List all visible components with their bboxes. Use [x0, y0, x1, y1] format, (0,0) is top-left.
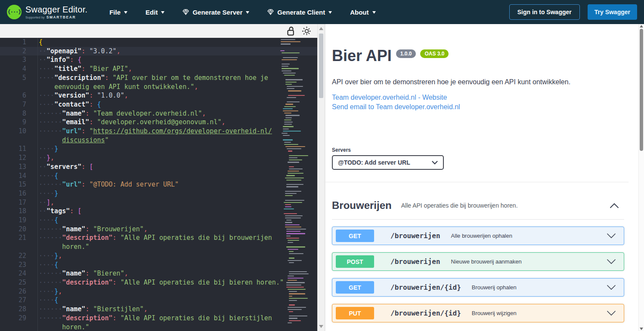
code-text[interactable]: discussions" [38, 136, 109, 145]
code-text[interactable]: ····}, [38, 287, 62, 296]
code-row[interactable]: 2··"openapi": "3.0.2", [0, 47, 317, 56]
chevron-down-icon[interactable] [607, 310, 616, 316]
code-text[interactable]: ··], [38, 198, 54, 207]
page-scrollbar[interactable] [638, 24, 644, 331]
brightness-icon[interactable] [302, 26, 312, 36]
code-row[interactable]: 3··"info": { [0, 55, 317, 64]
code-row[interactable]: 15······"url": "@TODO: Add server URL" [0, 180, 317, 189]
code-row[interactable]: 16····} [0, 189, 317, 198]
menu-file[interactable]: File [100, 0, 136, 24]
code-row[interactable]: discussions" [0, 136, 317, 145]
code-row[interactable]: 27····{ [0, 296, 317, 305]
code-row[interactable]: 12··}, [0, 153, 317, 162]
code-row[interactable]: 18··"tags": [ [0, 207, 317, 216]
tag-header-brouwerijen[interactable]: Brouwerijen Alle API operaties die bij b… [332, 196, 624, 220]
code-row[interactable]: 7····"contact": { [0, 100, 317, 109]
code-row[interactable]: 14····{ [0, 172, 317, 181]
try-swagger-button[interactable]: Try Swagger [588, 4, 637, 20]
menu-edit[interactable]: Edit [136, 0, 173, 24]
chevron-up-icon[interactable] [610, 203, 619, 208]
code-text[interactable]: ··"info": { [38, 55, 81, 64]
server-select[interactable]: @TODO: Add server URL [332, 155, 444, 170]
scroll-up-arrow-icon[interactable] [319, 27, 323, 30]
code-row[interactable]: 24······"name": "Bieren", [0, 269, 317, 278]
code-text[interactable]: ··"openapi": "3.0.2", [38, 47, 121, 56]
code-text[interactable]: ··}, [38, 153, 54, 162]
code-text[interactable]: ··"servers": [ [38, 162, 93, 172]
code-text[interactable]: ····"description": "API over bier om te … [38, 74, 268, 83]
code-row[interactable]: 9······"email": "developer.overheid@geon… [0, 118, 317, 127]
code-text[interactable]: ····} [38, 144, 58, 153]
code-text[interactable]: ······"name": "Team developer.overheid.n… [38, 109, 206, 118]
code-row[interactable]: horen." [0, 323, 317, 331]
code-editor[interactable]: 1{2··"openapi": "3.0.2",3··"info": {4···… [0, 38, 317, 331]
scroll-down-arrow-icon[interactable] [319, 325, 323, 328]
code-row[interactable]: 13··"servers": [ [0, 162, 317, 172]
code-text[interactable]: ····"contact": { [38, 100, 101, 109]
code-text[interactable]: ····"version": "1.0.0", [38, 91, 128, 100]
code-row[interactable]: 26····}, [0, 287, 317, 296]
operation-row-get-brouwerijen--id-[interactable]: GET/brouwerijen/{id}Brouwerij ophalen [332, 278, 624, 297]
code-text[interactable]: ······"name": "Bierstijlen", [38, 305, 148, 314]
swagger-editor-logo[interactable]: {···} Swagger Editor. Supported by SMART… [7, 5, 87, 19]
code-row[interactable]: 29······"description": "Alle API operati… [0, 314, 317, 323]
code-text[interactable]: ····}, [38, 251, 62, 261]
editor-scrollbar[interactable] [317, 24, 325, 331]
code-row[interactable]: 17··], [0, 198, 317, 207]
code-row[interactable]: 4····"title": "Bier API", [0, 64, 317, 74]
code-text[interactable]: ····{ [38, 216, 58, 225]
operation-row-post-brouwerijen[interactable]: POST/brouwerijenNieuwe brouwerij aanmake… [332, 252, 624, 271]
menu-generate-client[interactable]: Generate Client [258, 0, 341, 24]
code-text[interactable]: ······"url": "@TODO: Add server URL" [38, 180, 179, 189]
code-text[interactable]: ······"description": "Alle API operaties… [38, 314, 272, 323]
code-row[interactable]: 25······"description": "Alle API operati… [0, 278, 317, 287]
minimap[interactable] [280, 39, 308, 331]
code-row[interactable]: 28······"name": "Bierstijlen", [0, 305, 317, 314]
chevron-down-icon[interactable] [607, 233, 616, 239]
code-text[interactable]: ······"url": "https://github.com/orgs/de… [38, 127, 272, 136]
code-text[interactable]: ····{ [38, 172, 58, 181]
code-row[interactable]: 5····"description": "API over bier om te… [0, 74, 317, 83]
code-text[interactable]: ······"email": "developer.overheid@geono… [38, 118, 225, 127]
code-row[interactable]: horen." [0, 242, 317, 251]
code-text[interactable]: ··"tags": [ [38, 207, 81, 216]
chevron-down-icon[interactable] [607, 285, 616, 290]
code-row[interactable]: 20······"name": "Brouwerijen", [0, 225, 317, 234]
code-row[interactable]: 21······"description": "Alle API operati… [0, 233, 317, 242]
code-row[interactable]: 8······"name": "Team developer.overheid.… [0, 109, 317, 118]
code-row[interactable]: 6····"version": "1.0.0", [0, 91, 317, 100]
chevron-down-icon[interactable] [607, 259, 616, 264]
scroll-down-arrow-icon[interactable] [640, 328, 643, 330]
code-row[interactable]: 22····}, [0, 251, 317, 261]
code-text[interactable]: ····"title": "Bier API", [38, 64, 132, 74]
code-text[interactable]: ····} [38, 189, 58, 198]
code-text[interactable]: ······"description": "Alle API operaties… [38, 233, 272, 242]
website-link[interactable]: Team developer.overheid.nl - Website [332, 93, 624, 102]
code-row[interactable]: 23····{ [0, 261, 317, 270]
code-token: ···· [39, 216, 54, 224]
code-text[interactable]: ······"name": "Bieren", [38, 269, 128, 278]
code-row[interactable]: 19····{ [0, 216, 317, 225]
code-text[interactable]: eenvoudig een API kunt ontwikkelen.", [38, 83, 198, 92]
code-text[interactable]: { [38, 38, 43, 47]
code-text[interactable]: ······"description": "Alle API operaties… [38, 278, 284, 287]
editor-scrollbar-thumb[interactable] [319, 34, 323, 98]
code-row[interactable]: eenvoudig een API kunt ontwikkelen.", [0, 83, 317, 92]
operation-row-get-brouwerijen[interactable]: GET/brouwerijenAlle brouwerijen ophalen [332, 227, 624, 245]
code-text[interactable]: horen." [38, 323, 89, 331]
code-text[interactable]: ····{ [38, 296, 58, 305]
unlock-icon[interactable] [287, 26, 295, 37]
scroll-up-arrow-icon[interactable] [640, 25, 643, 28]
code-text[interactable]: horen." [38, 242, 89, 251]
operation-row-put-brouwerijen--id-[interactable]: PUT/brouwerijen/{id}Brouwerij wijzigen [332, 304, 624, 322]
sign-in-button[interactable]: Sign in to Swagger [509, 4, 580, 20]
menu-about[interactable]: About [341, 0, 384, 24]
email-link[interactable]: Send email to Team developer.overheid.nl [332, 102, 624, 112]
code-row[interactable]: 10······"url": "https://github.com/orgs/… [0, 127, 317, 136]
page-scrollbar-thumb[interactable] [640, 29, 643, 151]
code-text[interactable]: ····{ [38, 261, 58, 270]
menu-generate-server[interactable]: Generate Server [173, 0, 258, 24]
code-text[interactable]: ······"name": "Brouwerijen", [38, 225, 148, 234]
code-row[interactable]: 1{ [0, 38, 317, 47]
code-row[interactable]: 11····} [0, 144, 317, 153]
